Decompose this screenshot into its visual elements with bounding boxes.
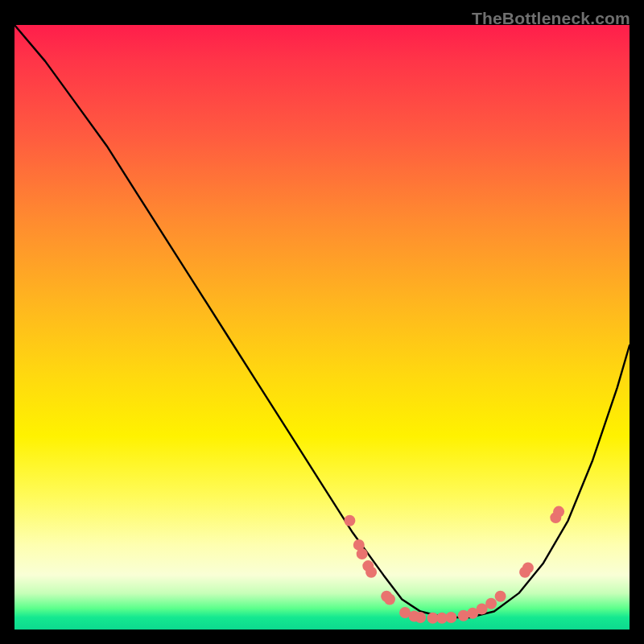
curve-line: [14, 25, 630, 617]
data-marker: [445, 612, 456, 623]
plot-area: [14, 25, 630, 630]
data-marker: [357, 548, 368, 559]
data-marker: [485, 598, 497, 609]
data-marker: [384, 594, 395, 605]
chart-svg: [14, 25, 630, 630]
chart-frame: TheBottleneck.com: [10, 10, 634, 634]
data-marker: [415, 612, 426, 623]
data-marker: [495, 591, 506, 602]
data-marker: [522, 562, 534, 573]
data-marker: [553, 506, 564, 518]
data-marker: [365, 567, 377, 578]
data-marker: [344, 515, 355, 526]
